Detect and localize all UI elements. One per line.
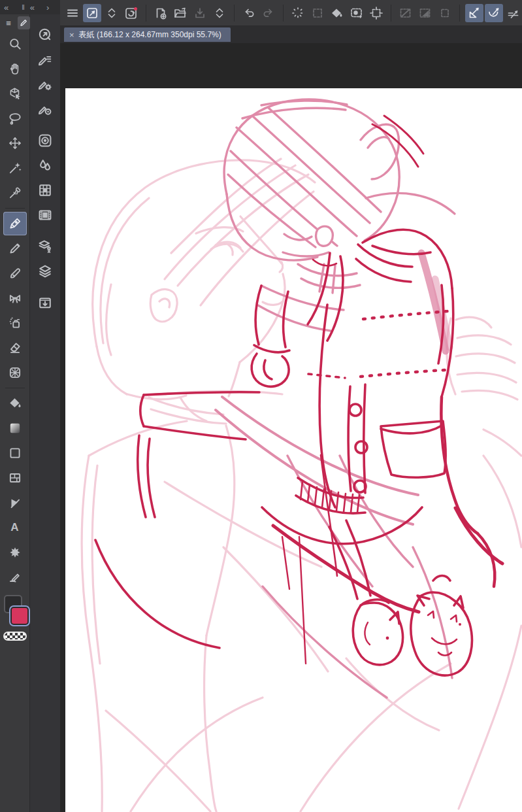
- tool-zoom[interactable]: [3, 32, 27, 56]
- palette-color-slider[interactable]: [34, 154, 56, 177]
- fill-button[interactable]: [328, 4, 346, 22]
- reselect-icon: [311, 7, 324, 20]
- pen-icon: [8, 216, 22, 231]
- palette-timeline[interactable]: [34, 204, 56, 226]
- filmstrip-icon: [37, 207, 53, 223]
- divider: [459, 5, 460, 22]
- paint-app-window: { "window": { "dock_controls": { "items"…: [0, 0, 522, 812]
- main-menu-button[interactable]: [63, 4, 82, 22]
- tool-object[interactable]: [3, 82, 27, 105]
- palette-layer[interactable]: [34, 260, 56, 282]
- transparent-color-swatch[interactable]: [3, 632, 27, 641]
- palette-quick-access[interactable]: [34, 24, 56, 46]
- selection-launcher-area-button[interactable]: [416, 4, 434, 22]
- layers-icon: [37, 263, 53, 279]
- clip-studio-logo-button[interactable]: [122, 4, 140, 22]
- snap-curve-icon: [487, 6, 501, 20]
- reselect-button[interactable]: [308, 4, 327, 22]
- deselect-burst-icon: [291, 6, 305, 20]
- palette-menu-icon[interactable]: ≡: [3, 16, 15, 29]
- divider: [283, 5, 284, 22]
- fill-diamond-icon: [330, 7, 344, 20]
- canvas-workspace: [60, 43, 522, 812]
- tool-figure[interactable]: [3, 441, 27, 465]
- selection-area-icon: [418, 7, 432, 20]
- tool-lasso[interactable]: [3, 107, 27, 130]
- canvas-page[interactable]: [65, 88, 522, 812]
- tool-decoration[interactable]: [3, 286, 27, 310]
- new-document-button[interactable]: [152, 4, 170, 22]
- selection-launcher-line-button[interactable]: [397, 4, 415, 22]
- chevron-updown-icon: [106, 7, 117, 20]
- redo-button[interactable]: [259, 4, 278, 22]
- divider: [234, 5, 235, 22]
- collapse-dock-icon[interactable]: «: [30, 3, 35, 12]
- tool-text[interactable]: A: [3, 516, 27, 539]
- undo-button[interactable]: [240, 4, 258, 22]
- gradient-icon: [8, 421, 22, 435]
- tool-balloon[interactable]: [3, 541, 27, 564]
- expand-dock-icon[interactable]: ›: [46, 3, 49, 12]
- hand-icon: [8, 61, 22, 76]
- tool-pen[interactable]: [3, 212, 27, 235]
- tool-frame-border[interactable]: [3, 466, 27, 490]
- tool-move-layer[interactable]: [3, 131, 27, 155]
- palette-header-pen-icon: [18, 16, 30, 29]
- collapse-dock-left-icon[interactable]: «: [4, 3, 8, 12]
- new-document-icon: [154, 7, 167, 20]
- subtool-icon: [37, 52, 53, 67]
- palette-bar: [30, 14, 60, 812]
- tool-gradient[interactable]: [3, 416, 27, 440]
- palette-color-wheel[interactable]: [34, 129, 56, 152]
- open-file-button[interactable]: [171, 4, 189, 22]
- operation-tool-icon: [86, 7, 99, 20]
- flag-ruler-icon: [8, 496, 22, 510]
- tool-ruler[interactable]: [3, 491, 27, 515]
- tool-eyedropper[interactable]: [3, 181, 27, 205]
- material-transform-icon: [350, 7, 364, 20]
- dock-divider-glyph: ‖: [22, 3, 25, 11]
- zoom-icon: [8, 37, 22, 51]
- snap-to-special-ruler-button[interactable]: [485, 4, 503, 22]
- quick-access-icon: [37, 27, 53, 42]
- palette-material[interactable]: [34, 292, 56, 314]
- tool-brush[interactable]: [3, 262, 27, 285]
- palette-sub-tool[interactable]: [34, 48, 56, 71]
- document-tab[interactable]: × 表紙 (166.12 x 264.67mm 350dpi 55.7%): [64, 27, 231, 42]
- menu-icon: [66, 7, 79, 20]
- palette-tool-property[interactable]: [34, 73, 56, 95]
- snap-to-ruler-button[interactable]: [465, 4, 483, 22]
- crop-icon: [369, 6, 383, 20]
- tool-fill[interactable]: [3, 392, 27, 415]
- tool-correct-line[interactable]: [3, 566, 27, 589]
- divider: [5, 208, 25, 209]
- tool-airbrush[interactable]: [3, 311, 27, 335]
- save-button[interactable]: [191, 4, 209, 22]
- sub-color-swatch[interactable]: [10, 607, 29, 625]
- blend-net-icon: [8, 365, 22, 380]
- palette-brush-size[interactable]: [34, 98, 56, 120]
- tool-pencil[interactable]: [3, 237, 27, 260]
- deselect-button[interactable]: [289, 4, 307, 22]
- text-tool-icon: A: [10, 521, 18, 534]
- palette-color-set[interactable]: [34, 179, 56, 201]
- save-chevrons-button[interactable]: [210, 4, 229, 22]
- figure-square-icon: [8, 446, 22, 460]
- change-canvas-size-button[interactable]: [367, 4, 385, 22]
- tool-switch-chevrons-button[interactable]: [103, 4, 121, 22]
- tool-palette-header: ≡: [0, 14, 30, 31]
- tool-blend[interactable]: [3, 361, 27, 384]
- brush-icon: [8, 266, 22, 280]
- paste-material-button[interactable]: [348, 4, 366, 22]
- eraser-icon: [8, 341, 22, 355]
- correct-line-icon: [8, 570, 22, 584]
- tool-eraser[interactable]: [3, 336, 27, 360]
- snap-to-grid-button[interactable]: [504, 4, 522, 22]
- palette-layer-property[interactable]: [34, 235, 56, 258]
- close-icon[interactable]: ×: [69, 31, 74, 39]
- tool-hand[interactable]: [3, 57, 27, 80]
- tool-auto-select[interactable]: [3, 156, 27, 180]
- redo-icon: [262, 7, 275, 20]
- operation-tool-toggle[interactable]: [83, 4, 101, 22]
- selection-launcher-plain-button[interactable]: [436, 4, 454, 22]
